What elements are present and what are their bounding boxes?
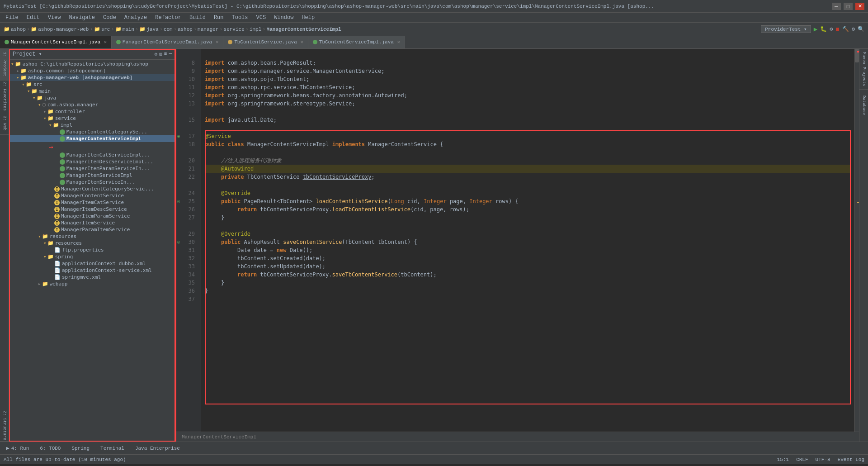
- tree-label-springmvc: springmvc.xml: [62, 274, 101, 280]
- menu-edit[interactable]: Edit: [23, 14, 43, 22]
- panel-web-btn[interactable]: 3: Web: [0, 112, 9, 135]
- tree-manager-item-param-service-impl[interactable]: ManagerItemParamServiceIn...: [9, 165, 175, 172]
- tree-manager-content-category-service[interactable]: I ManagerContentCategoryServic...: [9, 185, 175, 192]
- build-button[interactable]: 🔨: [842, 26, 849, 33]
- tree-spring[interactable]: ▾ 📁 spring: [9, 253, 175, 260]
- bottom-tab-run[interactable]: ▶ 4: Run: [2, 444, 33, 452]
- menu-help[interactable]: Help: [298, 14, 318, 22]
- settings-button[interactable]: ⚙: [852, 26, 855, 33]
- menu-tools[interactable]: Tools: [228, 14, 252, 22]
- tab-tb-content-service[interactable]: TbContentService.java ✕: [223, 36, 308, 48]
- sidebar-settings-icon[interactable]: ≡: [164, 51, 167, 57]
- window-controls[interactable]: ─ □ ✕: [832, 3, 864, 10]
- menu-view[interactable]: View: [44, 14, 65, 22]
- tree-app-context-service[interactable]: 📄 applicationContext-service.xml: [9, 267, 175, 274]
- menu-analyze[interactable]: Analyze: [121, 14, 151, 22]
- tab-manager-content-service-impl[interactable]: ManagerContentServiceImpl.java ✕: [0, 36, 112, 48]
- bottom-tab-terminal[interactable]: Terminal: [96, 445, 129, 452]
- tab-label-4: TbContentServiceImpl.java: [319, 39, 394, 45]
- tree-ashop-common[interactable]: ▸ 📁 ashop-common [ashopcommon]: [9, 67, 175, 74]
- breadcrumb-ashop[interactable]: 📁 ashop: [4, 26, 26, 32]
- tab-close-4[interactable]: ✕: [397, 39, 400, 45]
- tree-manager-item-cat-service-impl[interactable]: ManagerItemCatServiceImpl...: [9, 152, 175, 158]
- breadcrumb-manager[interactable]: manager: [198, 27, 218, 32]
- bottom-tab-java-enterprise[interactable]: Java Enterprise: [131, 445, 184, 452]
- tree-manager-item-desc-service[interactable]: I ManagerItemDescService: [9, 206, 175, 213]
- maximize-button[interactable]: □: [844, 3, 853, 10]
- tab-close-1[interactable]: ✕: [104, 39, 107, 45]
- maven-projects-btn[interactable]: Maven Projects: [859, 49, 868, 90]
- tree-manager-item-desc-service-impl[interactable]: ManagerItemDescServiceImpl...: [9, 158, 175, 165]
- tab-manager-item-cat-service-impl[interactable]: ManagerItemCatServiceImpl.java ✕: [112, 36, 223, 48]
- tree-manager-param-item-service[interactable]: I ManagerParamItemService: [9, 226, 175, 233]
- breadcrumb-main[interactable]: 📁 main: [115, 26, 134, 32]
- event-log-btn[interactable]: Event Log: [838, 457, 864, 462]
- sidebar-gear-icon[interactable]: ⚙: [155, 51, 158, 57]
- tree-manager-item-param-service[interactable]: I ManagerItemParamService: [9, 213, 175, 219]
- menu-refactor[interactable]: Refactor: [151, 14, 185, 22]
- breadcrumb-com[interactable]: com: [164, 27, 173, 32]
- panel-favorites-btn[interactable]: 2: Favorites: [0, 81, 9, 112]
- breadcrumb-sep-10: ›: [262, 26, 265, 33]
- tree-app-context-dubbo[interactable]: 📄 applicationContext-dubbo.xml: [9, 260, 175, 267]
- coverage-button[interactable]: ⚙: [830, 26, 833, 33]
- tree-manager-item-service-impl[interactable]: ManagerItemServiceImpl: [9, 172, 175, 179]
- tree-ftp-properties[interactable]: 📄 ftp.properties: [9, 247, 175, 253]
- database-btn[interactable]: Database: [859, 90, 868, 121]
- tree-controller[interactable]: ▸ 📁 controller: [9, 108, 175, 115]
- menu-code[interactable]: Code: [99, 14, 120, 22]
- menu-run[interactable]: Run: [210, 14, 227, 22]
- bottom-tab-spring[interactable]: Spring: [67, 445, 94, 452]
- debug-button[interactable]: 🐛: [820, 26, 827, 33]
- menu-navigate[interactable]: Navigate: [65, 14, 99, 22]
- tree-manager-content-category-se[interactable]: ManagerContentCategorySe...: [9, 128, 175, 135]
- sidebar-expand-icon[interactable]: ⊞: [159, 51, 162, 57]
- tree-java[interactable]: ▾ 📁 java: [9, 95, 175, 101]
- close-button[interactable]: ✕: [855, 3, 864, 10]
- menu-build[interactable]: Build: [186, 14, 209, 22]
- tree-ashop-manager-web[interactable]: ▾ 📁 ashop-manager-web [ashopmanagerweb]: [9, 74, 175, 81]
- tree-label-spring: spring: [55, 254, 73, 260]
- breadcrumb-java[interactable]: 📁 java: [139, 26, 158, 32]
- tab-close-3[interactable]: ✕: [301, 39, 303, 45]
- tree-manager-item-cat-service[interactable]: I ManagerItemCatService: [9, 199, 175, 206]
- tree-webapp[interactable]: ▸ 📁 webapp: [9, 281, 175, 287]
- panel-structure-btn[interactable]: Z: Structure: [0, 410, 9, 442]
- minimize-button[interactable]: ─: [832, 3, 841, 10]
- tree-manager-item-service-in[interactable]: ManagerItemServiceIn...: [9, 179, 175, 185]
- tree-src[interactable]: ▾ 📁 src: [9, 81, 175, 88]
- breadcrumb-class[interactable]: ManagerContentServiceImpl: [267, 27, 341, 32]
- panel-project-btn[interactable]: 1: Project: [0, 49, 9, 81]
- run-button[interactable]: ▶: [814, 25, 817, 33]
- tree-label-manager-item-service-in: ManagerItemServiceIn...: [66, 179, 135, 185]
- tab-icon-1: [5, 40, 9, 44]
- tree-com-ashop-manager[interactable]: ▾ ⬡ com.ashop.manager: [9, 101, 175, 108]
- breadcrumb-ashop2[interactable]: ashop: [178, 27, 193, 32]
- tree-manager-content-service[interactable]: I ManagerContentService: [9, 192, 175, 199]
- breadcrumb-src[interactable]: 📁 src: [94, 26, 110, 32]
- search-button[interactable]: 🔍: [858, 26, 864, 33]
- vertical-scrollbar[interactable]: [854, 49, 859, 432]
- tree-main[interactable]: ▾ 📁 main: [9, 88, 175, 95]
- run-config-label[interactable]: ProviderTest ▾: [761, 25, 811, 33]
- menu-file[interactable]: File: [2, 14, 22, 22]
- menu-window[interactable]: Window: [270, 14, 297, 22]
- menu-vcs[interactable]: VCS: [253, 14, 270, 22]
- tree-resources[interactable]: ▾ 📁 resources: [9, 233, 175, 240]
- sidebar-close-icon[interactable]: ─: [169, 51, 172, 57]
- tree-springmvc[interactable]: 📄 springmvc.xml: [9, 274, 175, 281]
- tree-manager-content-service-impl[interactable]: ManagerContentServiceImpl: [9, 135, 175, 142]
- tree-service[interactable]: ▾ 📁 service: [9, 115, 175, 122]
- tree-resources-inner[interactable]: ▾ 📁 resources: [9, 240, 175, 247]
- breadcrumb-service[interactable]: service: [224, 27, 245, 32]
- tree-impl[interactable]: ▾ 📁 impl: [9, 122, 175, 128]
- tab-close-2[interactable]: ✕: [216, 39, 218, 45]
- breadcrumb-ashop-manager-web[interactable]: 📁 ashop-manager-web: [31, 26, 89, 32]
- tab-tb-content-service-impl[interactable]: TbContentServiceImpl.java ✕: [308, 36, 405, 48]
- tree-label-manager-content-service-impl: ManagerContentServiceImpl: [66, 136, 142, 142]
- bottom-tab-todo[interactable]: 6: TODO: [35, 445, 65, 452]
- tree-manager-item-service[interactable]: I ManagerItemService: [9, 219, 175, 226]
- tree-ashop-root[interactable]: ▾ 📁 ashop C:\githubRepositories\shopping…: [9, 61, 175, 67]
- stop-button[interactable]: ■: [835, 26, 839, 33]
- breadcrumb-impl[interactable]: impl: [250, 27, 261, 32]
